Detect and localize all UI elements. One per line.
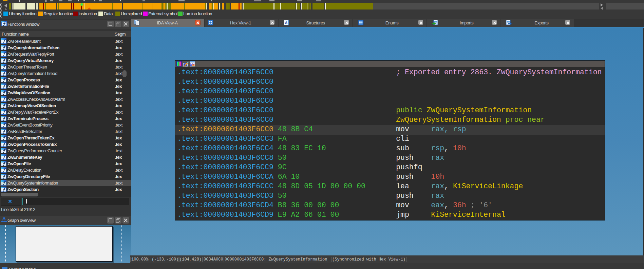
svg-text:A: A [285,21,288,25]
